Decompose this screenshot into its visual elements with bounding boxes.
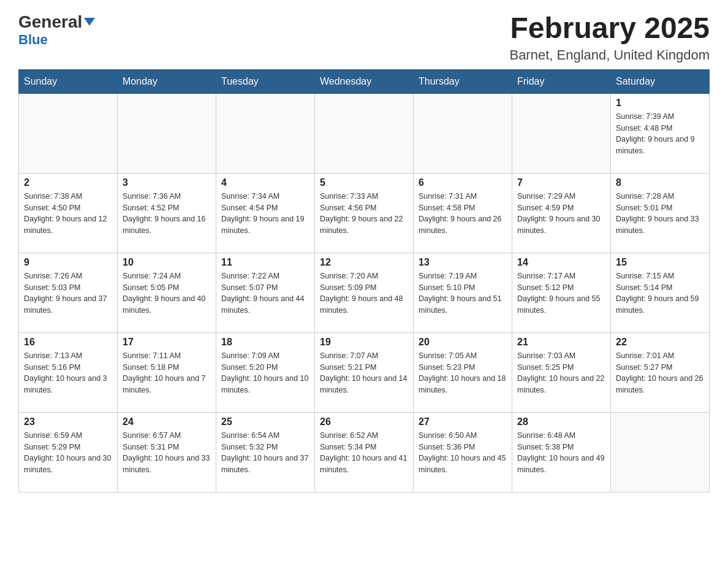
table-row: 17Sunrise: 7:11 AMSunset: 5:18 PMDayligh… (118, 332, 216, 412)
calendar-title: February 2025 (509, 12, 710, 45)
calendar-week-row: 16Sunrise: 7:13 AMSunset: 5:16 PMDayligh… (19, 332, 710, 412)
day-number: 25 (221, 416, 309, 427)
day-info: Sunrise: 6:48 AMSunset: 5:38 PMDaylight:… (517, 430, 605, 476)
day-info: Sunrise: 7:17 AMSunset: 5:12 PMDaylight:… (517, 270, 605, 316)
day-number: 13 (419, 257, 507, 268)
day-info: Sunrise: 7:29 AMSunset: 4:59 PMDaylight:… (517, 191, 605, 237)
table-row: 6Sunrise: 7:31 AMSunset: 4:58 PMDaylight… (414, 173, 512, 253)
day-number: 12 (320, 257, 408, 268)
table-row: 4Sunrise: 7:34 AMSunset: 4:54 PMDaylight… (216, 173, 315, 253)
table-row: 7Sunrise: 7:29 AMSunset: 4:59 PMDaylight… (512, 173, 611, 253)
calendar-week-row: 9Sunrise: 7:26 AMSunset: 5:03 PMDaylight… (19, 253, 710, 332)
day-info: Sunrise: 6:57 AMSunset: 5:31 PMDaylight:… (123, 430, 211, 476)
day-number: 3 (123, 177, 211, 188)
day-info: Sunrise: 7:31 AMSunset: 4:58 PMDaylight:… (419, 191, 507, 237)
table-row (414, 93, 512, 173)
day-info: Sunrise: 7:03 AMSunset: 5:25 PMDaylight:… (517, 350, 605, 396)
day-info: Sunrise: 7:19 AMSunset: 5:10 PMDaylight:… (419, 270, 507, 316)
day-number: 10 (123, 257, 211, 268)
calendar-table: Sunday Monday Tuesday Wednesday Thursday… (18, 69, 710, 492)
logo: General Blue (18, 12, 95, 48)
day-number: 26 (320, 416, 408, 427)
day-info: Sunrise: 6:50 AMSunset: 5:36 PMDaylight:… (419, 430, 507, 476)
table-row: 8Sunrise: 7:28 AMSunset: 5:01 PMDaylight… (611, 173, 710, 253)
col-sunday: Sunday (19, 69, 118, 93)
day-info: Sunrise: 7:13 AMSunset: 5:16 PMDaylight:… (24, 350, 112, 396)
day-number: 1 (616, 98, 704, 109)
day-number: 7 (517, 177, 605, 188)
day-info: Sunrise: 7:01 AMSunset: 5:27 PMDaylight:… (616, 350, 704, 396)
day-number: 15 (616, 257, 704, 268)
table-row: 2Sunrise: 7:38 AMSunset: 4:50 PMDaylight… (19, 173, 118, 253)
table-row: 12Sunrise: 7:20 AMSunset: 5:09 PMDayligh… (315, 253, 414, 332)
day-number: 17 (123, 337, 211, 348)
day-number: 2 (24, 177, 112, 188)
table-row: 13Sunrise: 7:19 AMSunset: 5:10 PMDayligh… (414, 253, 512, 332)
day-number: 22 (616, 337, 704, 348)
col-monday: Monday (118, 69, 216, 93)
day-info: Sunrise: 6:52 AMSunset: 5:34 PMDaylight:… (320, 430, 408, 476)
table-row: 23Sunrise: 6:59 AMSunset: 5:29 PMDayligh… (19, 412, 118, 492)
day-number: 8 (616, 177, 704, 188)
day-info: Sunrise: 7:38 AMSunset: 4:50 PMDaylight:… (24, 191, 112, 237)
day-info: Sunrise: 7:26 AMSunset: 5:03 PMDaylight:… (24, 270, 112, 316)
title-section: February 2025 Barnet, England, United Ki… (509, 12, 710, 63)
table-row: 25Sunrise: 6:54 AMSunset: 5:32 PMDayligh… (216, 412, 315, 492)
table-row: 14Sunrise: 7:17 AMSunset: 5:12 PMDayligh… (512, 253, 611, 332)
table-row: 11Sunrise: 7:22 AMSunset: 5:07 PMDayligh… (216, 253, 315, 332)
calendar-header-row: Sunday Monday Tuesday Wednesday Thursday… (19, 69, 710, 93)
day-info: Sunrise: 7:07 AMSunset: 5:21 PMDaylight:… (320, 350, 408, 396)
page-header: General Blue February 2025 Barnet, Engla… (18, 12, 710, 63)
table-row: 1Sunrise: 7:39 AMSunset: 4:48 PMDaylight… (611, 93, 710, 173)
day-info: Sunrise: 7:09 AMSunset: 5:20 PMDaylight:… (221, 350, 309, 396)
day-info: Sunrise: 6:54 AMSunset: 5:32 PMDaylight:… (221, 430, 309, 476)
table-row (118, 93, 216, 173)
table-row: 10Sunrise: 7:24 AMSunset: 5:05 PMDayligh… (118, 253, 216, 332)
table-row: 5Sunrise: 7:33 AMSunset: 4:56 PMDaylight… (315, 173, 414, 253)
day-number: 23 (24, 416, 112, 427)
table-row (315, 93, 414, 173)
day-info: Sunrise: 7:39 AMSunset: 4:48 PMDaylight:… (616, 111, 704, 157)
day-info: Sunrise: 7:28 AMSunset: 5:01 PMDaylight:… (616, 191, 704, 237)
day-number: 24 (123, 416, 211, 427)
day-info: Sunrise: 7:34 AMSunset: 4:54 PMDaylight:… (221, 191, 309, 237)
day-info: Sunrise: 7:36 AMSunset: 4:52 PMDaylight:… (123, 191, 211, 237)
day-info: Sunrise: 7:11 AMSunset: 5:18 PMDaylight:… (123, 350, 211, 396)
day-number: 28 (517, 416, 605, 427)
table-row: 18Sunrise: 7:09 AMSunset: 5:20 PMDayligh… (216, 332, 315, 412)
day-info: Sunrise: 7:33 AMSunset: 4:56 PMDaylight:… (320, 191, 408, 237)
table-row: 26Sunrise: 6:52 AMSunset: 5:34 PMDayligh… (315, 412, 414, 492)
table-row: 16Sunrise: 7:13 AMSunset: 5:16 PMDayligh… (19, 332, 118, 412)
day-info: Sunrise: 7:05 AMSunset: 5:23 PMDaylight:… (419, 350, 507, 396)
day-number: 18 (221, 337, 309, 348)
logo-blue-text: Blue (18, 32, 48, 47)
table-row (216, 93, 315, 173)
table-row (512, 93, 611, 173)
day-number: 9 (24, 257, 112, 268)
day-number: 27 (419, 416, 507, 427)
col-wednesday: Wednesday (315, 69, 414, 93)
logo-general-text: General (18, 12, 82, 32)
table-row: 9Sunrise: 7:26 AMSunset: 5:03 PMDaylight… (19, 253, 118, 332)
day-info: Sunrise: 7:24 AMSunset: 5:05 PMDaylight:… (123, 270, 211, 316)
day-info: Sunrise: 7:20 AMSunset: 5:09 PMDaylight:… (320, 270, 408, 316)
day-number: 4 (221, 177, 309, 188)
col-friday: Friday (512, 69, 611, 93)
day-info: Sunrise: 6:59 AMSunset: 5:29 PMDaylight:… (24, 430, 112, 476)
table-row: 27Sunrise: 6:50 AMSunset: 5:36 PMDayligh… (414, 412, 512, 492)
day-number: 21 (517, 337, 605, 348)
day-info: Sunrise: 7:15 AMSunset: 5:14 PMDaylight:… (616, 270, 704, 316)
table-row: 3Sunrise: 7:36 AMSunset: 4:52 PMDaylight… (118, 173, 216, 253)
table-row: 28Sunrise: 6:48 AMSunset: 5:38 PMDayligh… (512, 412, 611, 492)
calendar-week-row: 23Sunrise: 6:59 AMSunset: 5:29 PMDayligh… (19, 412, 710, 492)
calendar-subtitle: Barnet, England, United Kingdom (509, 47, 710, 63)
day-number: 19 (320, 337, 408, 348)
table-row: 15Sunrise: 7:15 AMSunset: 5:14 PMDayligh… (611, 253, 710, 332)
day-info: Sunrise: 7:22 AMSunset: 5:07 PMDaylight:… (221, 270, 309, 316)
table-row: 19Sunrise: 7:07 AMSunset: 5:21 PMDayligh… (315, 332, 414, 412)
table-row: 22Sunrise: 7:01 AMSunset: 5:27 PMDayligh… (611, 332, 710, 412)
day-number: 6 (419, 177, 507, 188)
calendar-week-row: 1Sunrise: 7:39 AMSunset: 4:48 PMDaylight… (19, 93, 710, 173)
table-row: 20Sunrise: 7:05 AMSunset: 5:23 PMDayligh… (414, 332, 512, 412)
table-row: 24Sunrise: 6:57 AMSunset: 5:31 PMDayligh… (118, 412, 216, 492)
